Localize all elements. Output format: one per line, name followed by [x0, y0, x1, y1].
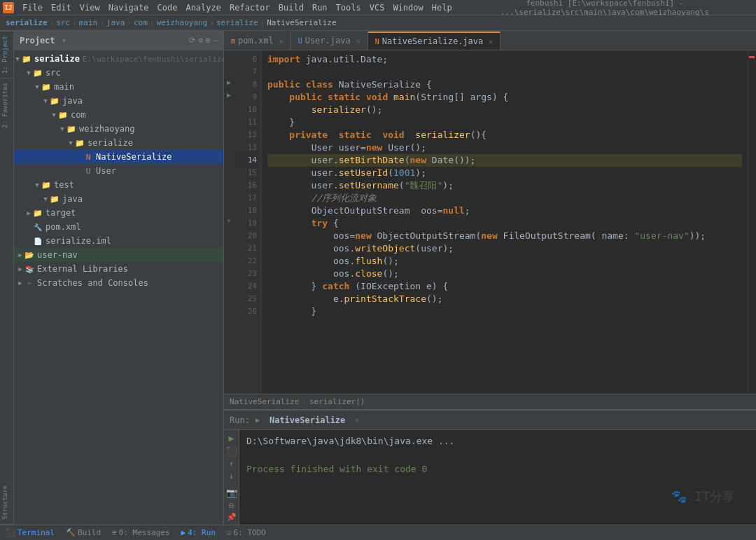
gutter-line-12 — [224, 126, 234, 139]
breadcrumb-item-1[interactable]: src — [56, 18, 70, 27]
run-stop-btn[interactable]: ⬛ — [226, 446, 237, 457]
status-run[interactable]: ▶ 4: Run — [181, 528, 216, 537]
run-pin-btn[interactable]: 📌 — [227, 513, 237, 522]
tree-item-main[interactable]: ▼ 📁 main — [14, 80, 223, 94]
breadcrumb-item-0[interactable]: serialize — [6, 18, 48, 27]
menu-navigate[interactable]: Navigate — [104, 0, 153, 15]
run-class-icon[interactable]: ▶ — [227, 78, 231, 86]
gutter-line-8: ▶ — [224, 76, 234, 88]
menu-refactor[interactable]: Refactor — [225, 0, 274, 15]
run-tab-close[interactable]: ✕ — [355, 416, 359, 424]
code-editor[interactable]: ▶ ▶ ▼ — [224, 50, 756, 394]
status-messages[interactable]: ≡ 0: Messages — [112, 528, 169, 537]
menu-vcs[interactable]: VCS — [365, 0, 389, 15]
tree-arrow: ▶ — [17, 279, 24, 286]
run-output-blank — [246, 448, 749, 462]
run-scroll-down-btn[interactable]: ↓ — [229, 471, 234, 480]
folder-java-icon: 📁 — [49, 96, 60, 106]
tree-path: E:\workspace\fenbushi\serialize — [83, 55, 223, 64]
menu-window[interactable]: Window — [388, 0, 427, 15]
menu-tools[interactable]: Tools — [332, 0, 365, 15]
line-num-17: 17 — [234, 192, 261, 205]
line-num-22: 22 — [234, 255, 261, 268]
line-num-16: 16 — [234, 179, 261, 192]
line-num-20: 20 — [234, 230, 261, 242]
error-marker — [749, 56, 755, 58]
tree-item-weizhaoyang[interactable]: ▼ 📁 weizhaoyang — [14, 122, 223, 136]
status-build[interactable]: 🔨 Build — [66, 528, 101, 537]
code-content[interactable]: import java.util.Date; public class Nati… — [262, 50, 748, 394]
project-panel: Project ▾ ⟳ ⚙ ⊞ — ▼ 📁 serialize E:\works… — [14, 31, 224, 525]
vtab-structure[interactable]: Structure — [0, 481, 13, 525]
panel-icon-sync[interactable]: ⟳ — [189, 36, 195, 45]
menu-code[interactable]: Code — [153, 0, 182, 15]
tree-item-scratches[interactable]: ▶ ✂ Scratches and Consoles — [14, 276, 223, 290]
tab-nativeserialize-close[interactable]: ✕ — [489, 38, 493, 46]
tab-pomxml[interactable]: m pom.xml ✕ — [224, 32, 291, 50]
code-line-26: } — [267, 305, 742, 318]
tree-label: java — [62, 96, 83, 106]
code-line-25: e.printStackTrace(); — [267, 293, 742, 305]
status-terminal[interactable]: ⬛ Terminal — [6, 528, 55, 537]
breadcrumb-item-6[interactable]: serialize — [216, 18, 258, 27]
tree-item-test-java[interactable]: ▼ 📁 java — [14, 192, 223, 206]
tab-userjava[interactable]: U User.java ✕ — [291, 32, 368, 50]
tree-item-com[interactable]: ▼ 📁 com — [14, 108, 223, 122]
fold-try-icon[interactable]: ▼ — [227, 218, 231, 224]
tree-item-serialize-pkg[interactable]: ▼ 📁 serialize — [14, 136, 223, 150]
tab-userjava-close[interactable]: ✕ — [356, 37, 360, 45]
run-restart-btn[interactable]: ▶ — [229, 433, 234, 443]
run-layout-btn[interactable]: ⊟ — [229, 501, 234, 510]
breadcrumb-item-3[interactable]: java — [106, 18, 125, 27]
code-line-6: import java.util.Date; — [267, 53, 742, 66]
run-tab-native[interactable]: NativeSerialize — [265, 415, 349, 425]
menu-build[interactable]: Build — [274, 0, 308, 15]
menu-run[interactable]: Run — [308, 0, 332, 15]
tab-nativeserialize[interactable]: N NativeSerialize.java ✕ — [368, 32, 501, 50]
tree-arrow: ▼ — [14, 55, 21, 62]
tree-label: pom.xml — [46, 222, 81, 232]
menu-view[interactable]: View — [76, 0, 104, 15]
tree-item-target[interactable]: ▶ 📁 target — [14, 206, 223, 220]
line-num-11: 11 — [234, 116, 261, 129]
tab-pomxml-close[interactable]: ✕ — [279, 37, 284, 45]
tree-item-pomxml[interactable]: 🔧 pom.xml — [14, 220, 223, 234]
tree-label: weizhaoyang — [79, 124, 134, 134]
code-line-13: User user=new User(); — [267, 141, 742, 154]
vtab-favorites[interactable]: 2: Favorites — [0, 78, 13, 132]
menu-analyze[interactable]: Analyze — [181, 0, 225, 15]
line-num-13: 13 — [234, 141, 261, 154]
menu-file[interactable]: File — [18, 0, 47, 15]
breadcrumb-item-4[interactable]: com — [134, 18, 148, 27]
xml-pom-icon: 🔧 — [32, 222, 43, 232]
tree-item-test[interactable]: ▼ 📁 test — [14, 178, 223, 192]
status-todo[interactable]: ☑ 6: TODO — [227, 528, 266, 537]
menu-help[interactable]: Help — [428, 0, 456, 15]
tree-label: src — [46, 68, 61, 78]
run-scroll-up-btn[interactable]: ↑ — [229, 459, 234, 469]
tree-item-src[interactable]: ▼ 📁 src — [14, 66, 223, 80]
editor-bc-class: NativeSerialize — [230, 397, 299, 406]
run-main-icon[interactable]: ▶ — [227, 91, 231, 99]
panel-icon-collapse[interactable]: — — [213, 36, 218, 45]
tree-item-java[interactable]: ▼ 📁 java — [14, 94, 223, 108]
breadcrumb-item-7[interactable]: NativeSerialize — [267, 18, 336, 27]
menu-edit[interactable]: Edit — [47, 0, 76, 15]
tree-item-iml[interactable]: 📄 serialize.iml — [14, 234, 223, 248]
editor-breadcrumb: NativeSerialize › serializer() — [224, 394, 756, 409]
tree-item-ext-libs[interactable]: ▶ 📚 External Libraries — [14, 262, 223, 276]
tree-item-user[interactable]: U User — [14, 164, 223, 178]
panel-icon-expand[interactable]: ⊞ — [206, 36, 211, 45]
tree-item-user-nav[interactable]: ▶ 📂 user-nav — [14, 248, 223, 262]
tree-item-serialize[interactable]: ▼ 📁 serialize E:\workspace\fenbushi\seri… — [14, 52, 223, 66]
run-camera-btn[interactable]: 📷 — [226, 487, 237, 498]
status-bar: ⬛ Terminal 🔨 Build ≡ 0: Messages ▶ 4: Ru… — [0, 525, 756, 540]
breadcrumb-item-5[interactable]: weizhaoyang — [156, 18, 207, 27]
line-num-6: 6 — [234, 53, 261, 66]
breadcrumb-item-2[interactable]: main — [79, 18, 98, 27]
vtab-project[interactable]: 1: Project — [0, 31, 13, 78]
gutter-line-22 — [224, 252, 234, 265]
folder-main-icon: 📁 — [41, 82, 52, 92]
tree-item-nativeserialize[interactable]: N NativeSerialize — [14, 150, 223, 164]
panel-icon-gear[interactable]: ⚙ — [198, 36, 203, 45]
